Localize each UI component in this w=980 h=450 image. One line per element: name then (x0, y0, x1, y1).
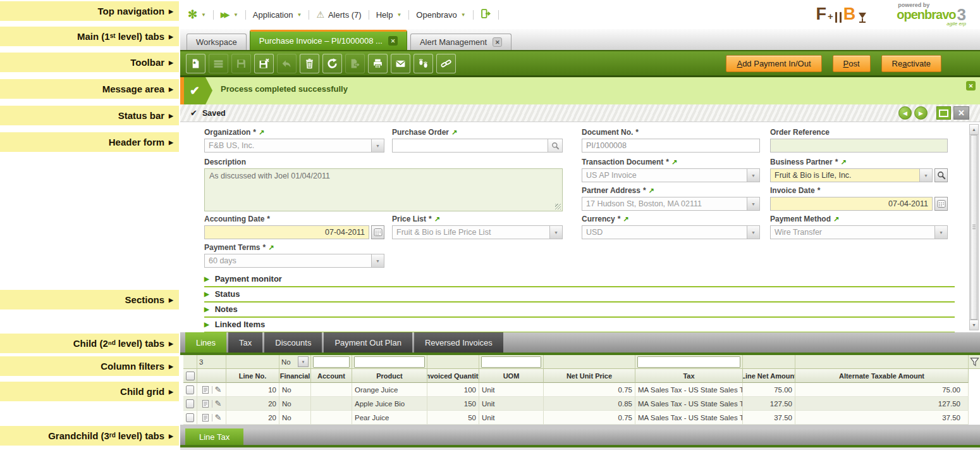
reactivate-button[interactable]: Reactivate (881, 55, 941, 72)
previous-record-button[interactable]: ◀ (898, 106, 912, 120)
row-checkbox[interactable] (183, 383, 197, 397)
maximize-button[interactable] (936, 106, 951, 120)
cell-financial[interactable]: No (279, 383, 311, 397)
cell-line-no[interactable]: 20 (226, 397, 279, 411)
header-account[interactable]: Account (311, 369, 352, 383)
chevron-down-icon[interactable]: ▼ (919, 169, 932, 182)
edit-pencil-icon[interactable]: ✎ (215, 413, 222, 422)
header-net-unit-price[interactable]: Net Unit Price (544, 369, 635, 383)
close-icon[interactable]: ✕ (966, 81, 976, 91)
post-button[interactable]: Post (833, 55, 871, 72)
chevron-down-icon[interactable]: ▼ (934, 226, 947, 239)
chevron-down-icon[interactable]: ▼ (371, 254, 384, 267)
application-menu[interactable]: Application ▼ (253, 10, 302, 20)
document-icon[interactable] (202, 399, 209, 408)
cell-product[interactable]: Pear Juice (352, 411, 427, 425)
link-arrow-icon[interactable]: ↗ (623, 215, 628, 223)
child-tab-tax[interactable]: Tax (228, 332, 262, 353)
cell-uom[interactable]: Unit (479, 411, 544, 425)
filter-account-input[interactable] (311, 355, 352, 369)
filter-uom-input[interactable] (479, 355, 544, 369)
link-arrow-icon[interactable]: ↗ (259, 128, 264, 137)
close-icon[interactable]: ✕ (493, 37, 502, 47)
next-record-button[interactable]: ▶ (914, 106, 928, 120)
chevron-down-icon[interactable]: ▼ (747, 169, 759, 182)
invoice-date-input[interactable]: 07-04-2011 (770, 197, 933, 211)
transaction-document-select[interactable]: US AP Invoice▼ (582, 168, 760, 182)
description-textarea[interactable]: As discussed with Joel 01/04/2011 (204, 168, 563, 211)
purchase-order-input[interactable] (392, 139, 563, 153)
section-status[interactable]: ▶ Status (204, 286, 955, 303)
chevron-down-icon[interactable]: ▼ (371, 139, 384, 152)
workspace-menu-button[interactable]: ✻ ▼ (188, 9, 206, 20)
grandchild-tab-line-tax[interactable]: Line Tax (185, 428, 243, 445)
document-icon[interactable] (202, 413, 209, 422)
calendar-icon[interactable] (934, 197, 948, 211)
help-menu[interactable]: Help ▼ (376, 10, 402, 20)
edit-pencil-icon[interactable]: ✎ (215, 399, 222, 408)
tab-alert-management[interactable]: Alert Management ✕ (410, 34, 511, 50)
header-line-net-amount[interactable]: Line Net Amount (743, 369, 795, 383)
alerts-menu[interactable]: ⚠ Alerts (7) (316, 9, 361, 20)
child-tab-payment-out-plan[interactable]: Payment Out Plan (324, 332, 412, 353)
header-product[interactable]: Product (352, 369, 427, 383)
cell-net-unit-price[interactable]: 0.75 (544, 383, 635, 397)
cell-net-unit-price[interactable]: 0.75 (544, 411, 635, 425)
cell-invoiced-quantity[interactable]: 50 (427, 411, 479, 425)
order-reference-input[interactable] (770, 139, 948, 153)
header-financial[interactable]: Financial (279, 369, 311, 383)
cell-line-net-amount[interactable]: 75.00 (743, 383, 795, 397)
header-invoiced-quantity[interactable]: Invoiced Quantity (427, 369, 479, 383)
header-line-no[interactable]: Line No. (226, 369, 279, 383)
filter-financial-select[interactable]: No▼ (279, 355, 311, 369)
accounting-date-input[interactable]: 07-04-2011 (204, 225, 369, 239)
quick-launch-menu-button[interactable]: ▶▶ ▼ (221, 11, 238, 19)
calendar-icon[interactable] (371, 225, 384, 239)
chevron-down-icon[interactable]: ▼ (298, 356, 309, 367)
partner-address-select[interactable]: 17 Hudson St, Boston, MA 02111▼ (582, 197, 760, 211)
row-checkbox[interactable] (183, 397, 197, 411)
search-icon[interactable] (934, 168, 948, 182)
tab-purchase-invoice[interactable]: Purchase Invoice – PI/1000008 ... ✕ (250, 30, 407, 50)
table-row[interactable]: ✎ 10 No Orange Juice 100 Unit 0.75 MA Sa… (180, 383, 980, 397)
payment-method-select[interactable]: Wire Transfer▼ (770, 225, 948, 239)
link-arrow-icon[interactable]: ↗ (840, 158, 846, 166)
payment-terms-select[interactable]: 60 days▼ (204, 254, 384, 268)
scroll-down-icon[interactable]: ▼ (970, 320, 978, 330)
tab-workspace[interactable]: Workspace (187, 34, 247, 50)
edit-pencil-icon[interactable]: ✎ (215, 385, 222, 394)
search-icon[interactable] (548, 139, 562, 152)
chevron-down-icon[interactable]: ▼ (747, 226, 759, 239)
cell-account[interactable] (311, 397, 352, 411)
child-tab-discounts[interactable]: Discounts (264, 332, 322, 353)
document-no-input[interactable]: PI/1000008 (582, 139, 760, 153)
cell-line-no[interactable]: 20 (226, 411, 279, 425)
cell-alternate-taxable-amount[interactable]: 37.50 (795, 411, 969, 425)
document-icon[interactable] (202, 385, 209, 394)
cell-product[interactable]: Apple Juice Bio (352, 397, 427, 411)
header-tax[interactable]: Tax (635, 369, 743, 383)
chevron-down-icon[interactable]: ▼ (747, 197, 759, 210)
cell-tax[interactable]: MA Sales Tax - US State Sales Tax (635, 383, 743, 397)
cell-product[interactable]: Orange Juice (352, 383, 427, 397)
link-arrow-icon[interactable]: ↗ (833, 215, 839, 223)
row-checkbox[interactable] (183, 411, 197, 425)
cell-financial[interactable]: No (279, 411, 311, 425)
cell-account[interactable] (311, 383, 352, 397)
print-button[interactable] (368, 54, 388, 73)
cell-uom[interactable]: Unit (479, 397, 544, 411)
cell-uom[interactable]: Unit (479, 383, 544, 397)
section-linked-items[interactable]: ▶ Linked Items (204, 316, 955, 333)
filter-funnel-button[interactable] (969, 355, 980, 369)
cell-invoiced-quantity[interactable]: 150 (427, 397, 479, 411)
section-payment-monitor[interactable]: ▶ Payment monitor (204, 271, 955, 287)
form-scrollbar[interactable]: ▲ ▼ (969, 124, 979, 330)
cell-alternate-taxable-amount[interactable]: 75.00 (795, 383, 969, 397)
organization-select[interactable]: F&B US, Inc.▼ (204, 139, 384, 153)
currency-select[interactable]: USD▼ (582, 225, 760, 239)
cell-line-net-amount[interactable]: 37.50 (743, 411, 795, 425)
close-icon[interactable]: ✕ (388, 36, 398, 46)
cell-invoiced-quantity[interactable]: 100 (427, 383, 479, 397)
cell-financial[interactable]: No (279, 397, 311, 411)
chevron-down-icon[interactable]: ▼ (549, 226, 562, 239)
